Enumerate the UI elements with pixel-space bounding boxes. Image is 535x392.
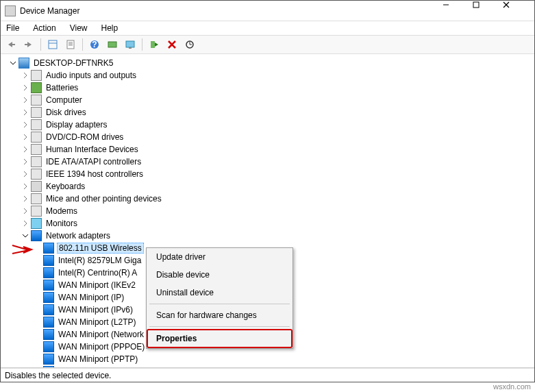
tree-category[interactable]: Network adapters: [1, 230, 534, 242]
device-label: 802.11n USB Wireless: [57, 243, 144, 254]
device-label: Intel(R) Centrino(R) A: [57, 268, 138, 278]
expand-icon[interactable]: [21, 108, 29, 117]
toolbar-separator: [40, 38, 41, 51]
expand-icon[interactable]: [21, 232, 29, 240]
svg-rect-1: [473, 2, 479, 8]
expand-icon[interactable]: [21, 84, 29, 92]
tree-category[interactable]: DVD/CD-ROM drives: [1, 131, 534, 143]
properties-sheet-button[interactable]: [63, 37, 78, 52]
tree-category[interactable]: Modems: [1, 205, 534, 217]
menu-view[interactable]: View: [67, 22, 90, 34]
category-label: IDE ATA/ATAPI controllers: [45, 157, 142, 167]
toolbar-separator: [82, 38, 83, 51]
titlebar: Device Manager: [1, 1, 534, 21]
network-adapter-icon: [43, 304, 54, 315]
tree-category[interactable]: IDE ATA/ATAPI controllers: [1, 156, 534, 168]
tree-category[interactable]: Monitors: [1, 217, 534, 230]
menu-action[interactable]: Action: [30, 22, 58, 34]
category-icon: [31, 95, 42, 106]
category-label: Batteries: [45, 83, 79, 93]
back-button[interactable]: [3, 37, 18, 52]
svg-rect-14: [108, 42, 116, 47]
category-icon: [31, 107, 42, 118]
tree-category[interactable]: Disk drives: [1, 106, 534, 119]
network-adapter-icon: [43, 292, 54, 303]
device-label: WAN Miniport (SSTP): [57, 367, 139, 367]
context-menu-item[interactable]: Uninstall device: [147, 284, 293, 302]
forward-button[interactable]: [21, 37, 36, 52]
category-label: IEEE 1394 host controllers: [45, 169, 145, 179]
device-label: WAN Miniport (IP): [57, 293, 125, 302]
tree-category[interactable]: Audio inputs and outputs: [1, 69, 534, 82]
minimize-button[interactable]: [443, 1, 473, 21]
category-label: Disk drives: [45, 108, 88, 117]
expand-icon[interactable]: [21, 207, 29, 215]
menu-separator: [149, 326, 290, 327]
svg-rect-4: [12, 44, 15, 45]
context-menu-item[interactable]: Update driver: [147, 248, 293, 266]
expand-icon[interactable]: [21, 145, 29, 154]
device-label: WAN Miniport (L2TP): [57, 317, 138, 327]
tree-root[interactable]: DESKTOP-DFTNRK5: [1, 57, 534, 69]
uninstall-button[interactable]: [164, 37, 179, 52]
scan-changes-button[interactable]: [182, 37, 197, 52]
menu-file[interactable]: File: [3, 22, 22, 34]
tree-device[interactable]: WAN Miniport (SSTP): [1, 365, 534, 367]
close-button[interactable]: [503, 1, 533, 21]
expand-icon[interactable]: [21, 182, 29, 191]
network-adapter-icon: [43, 280, 54, 291]
expand-icon[interactable]: [21, 96, 29, 104]
tree-category[interactable]: Computer: [1, 94, 534, 106]
device-label: Intel(R) 82579LM Giga: [57, 256, 142, 265]
svg-rect-17: [151, 41, 155, 48]
category-icon: [31, 193, 42, 204]
toolbar-separator: [142, 38, 142, 51]
device-label: WAN Miniport (PPPOE): [57, 342, 146, 352]
context-menu-item[interactable]: Properties: [147, 329, 293, 348]
network-adapter-icon: [43, 243, 54, 254]
expand-icon[interactable]: [21, 158, 29, 166]
device-label: WAN Miniport (IPv6): [57, 305, 134, 315]
svg-rect-8: [67, 40, 74, 49]
toolbar: ?: [1, 35, 534, 54]
category-label: DVD/CD-ROM drives: [45, 132, 125, 142]
context-menu-item[interactable]: Scan for hardware changes: [147, 306, 293, 324]
svg-rect-6: [49, 40, 57, 49]
context-menu-item[interactable]: Disable device: [147, 266, 293, 284]
category-label: Network adapters: [45, 231, 112, 241]
menu-help[interactable]: Help: [99, 22, 121, 34]
expand-icon[interactable]: [21, 219, 29, 228]
scan-hardware-button[interactable]: [123, 37, 138, 52]
expand-icon[interactable]: [21, 71, 29, 79]
expand-icon[interactable]: [21, 170, 29, 178]
collapse-icon[interactable]: [9, 59, 17, 67]
category-icon: [31, 144, 42, 155]
category-icon: [31, 119, 42, 130]
app-icon: [5, 5, 16, 16]
category-icon: [31, 206, 42, 217]
tree-category[interactable]: Display adapters: [1, 119, 534, 131]
tree-category[interactable]: Keyboards: [1, 180, 534, 193]
maximize-button[interactable]: [473, 1, 503, 21]
category-label: Mice and other pointing devices: [45, 194, 163, 204]
category-icon: [31, 218, 42, 229]
network-adapter-icon: [43, 354, 54, 365]
tree-category[interactable]: Mice and other pointing devices: [1, 193, 534, 205]
category-icon: [31, 169, 42, 180]
update-driver-button[interactable]: [105, 37, 120, 52]
enable-device-button[interactable]: [147, 37, 162, 52]
tree-device[interactable]: WAN Miniport (PPTP): [1, 353, 534, 365]
category-label: Keyboards: [45, 182, 86, 191]
tree-category[interactable]: Human Interface Devices: [1, 143, 534, 156]
tree-category[interactable]: IEEE 1394 host controllers: [1, 168, 534, 180]
tree-category[interactable]: Batteries: [1, 82, 534, 94]
context-menu: Update driverDisable deviceUninstall dev…: [146, 247, 293, 349]
expand-icon[interactable]: [21, 195, 29, 203]
expand-icon[interactable]: [21, 121, 29, 129]
show-hidden-button[interactable]: [45, 37, 60, 52]
category-label: Human Interface Devices: [45, 145, 140, 154]
help-button[interactable]: ?: [87, 37, 102, 52]
window-title: Device Manager: [20, 6, 443, 16]
expand-icon[interactable]: [21, 133, 29, 141]
menubar: File Action View Help: [1, 21, 534, 35]
